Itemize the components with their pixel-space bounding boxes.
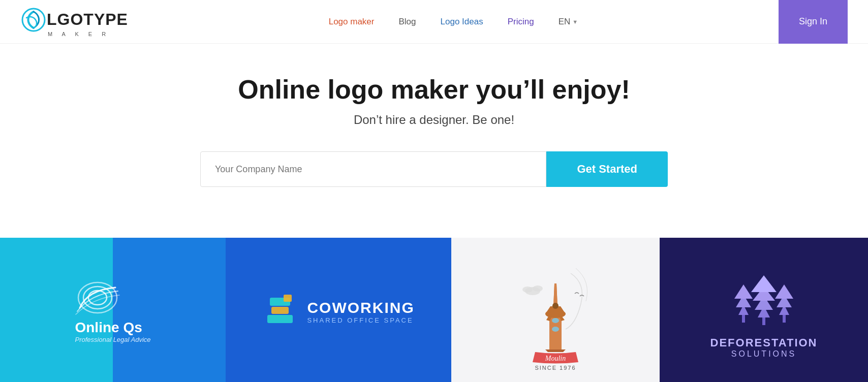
get-started-button[interactable]: Get Started	[546, 151, 668, 187]
online-qs-name: Online Qs	[75, 320, 142, 336]
svg-point-23	[522, 286, 533, 293]
svg-rect-5	[271, 307, 289, 314]
svg-point-22	[533, 285, 543, 292]
logo-gallery: Online Qs Professional Legal Advice COWO…	[0, 238, 868, 382]
svg-rect-6	[267, 315, 293, 323]
deforestation-icon	[723, 264, 804, 330]
coworking-icon	[262, 294, 298, 329]
svg-rect-12	[552, 318, 559, 323]
coworking-tagline: SHARED OFFICE SPACE	[307, 316, 414, 324]
online-qs-icon	[75, 280, 120, 315]
main-nav: Logo maker Blog Logo Ideas Pricing EN ▼	[329, 17, 578, 27]
svg-rect-13	[552, 327, 559, 332]
hero-headline: Online logo maker you’ll enjoy!	[10, 74, 858, 105]
header: LGOTYPE M A K E R Logo maker Blog Logo I…	[0, 0, 868, 44]
moulin-icon: Moulin SINCE 1976	[505, 253, 606, 370]
nav-logo-maker[interactable]: Logo maker	[329, 17, 375, 27]
gallery-item-coworking[interactable]: COWORKING SHARED OFFICE SPACE	[226, 238, 451, 382]
language-selector[interactable]: EN ▼	[559, 17, 578, 27]
hero-form: Get Started	[200, 151, 668, 187]
deforestation-name: DEFORESTATION	[710, 336, 818, 349]
svg-marker-9	[545, 349, 566, 352]
company-name-input[interactable]	[200, 151, 546, 187]
gallery-item-moulin[interactable]: Moulin SINCE 1976	[451, 238, 660, 382]
online-qs-tagline: Professional Legal Advice	[75, 336, 150, 343]
deforestation-tagline: SOLUTIONS	[731, 349, 796, 359]
svg-marker-35	[775, 284, 793, 299]
gallery-item-deforestation[interactable]: DEFORESTATION SOLUTIONS	[660, 238, 868, 382]
logo-text: LGOTYPE	[47, 10, 128, 29]
nav-blog[interactable]: Blog	[398, 17, 416, 27]
svg-text:Moulin: Moulin	[545, 355, 566, 362]
nav-logo-ideas[interactable]: Logo Ideas	[441, 17, 483, 27]
svg-marker-26	[734, 284, 753, 299]
coworking-name: COWORKING	[307, 299, 414, 316]
svg-rect-32	[762, 317, 765, 325]
svg-marker-31	[751, 275, 777, 292]
logo-maker-text: M A K E R	[48, 31, 110, 37]
chevron-down-icon: ▼	[572, 19, 578, 25]
gallery-item-online-qs[interactable]: Online Qs Professional Legal Advice	[0, 238, 226, 382]
svg-text:SINCE 1976: SINCE 1976	[535, 365, 576, 370]
sign-in-button[interactable]: Sign In	[779, 0, 848, 44]
svg-point-18	[552, 303, 559, 309]
hero-section: Online logo maker you’ll enjoy! Don’t hi…	[0, 44, 868, 238]
svg-rect-27	[742, 315, 745, 323]
nav-pricing[interactable]: Pricing	[508, 17, 534, 27]
hero-subheadline: Don’t hire a designer. Be one!	[10, 113, 858, 127]
svg-rect-36	[783, 315, 786, 323]
svg-marker-16	[553, 283, 557, 306]
logo[interactable]: LGOTYPE M A K E R	[20, 7, 128, 37]
language-label: EN	[559, 17, 571, 27]
svg-rect-7	[284, 295, 292, 302]
logo-icon	[20, 7, 47, 33]
